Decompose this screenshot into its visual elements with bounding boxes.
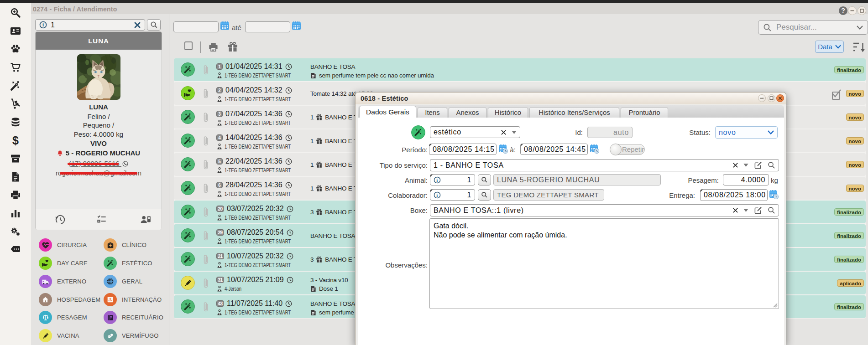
svg-text:i: i <box>42 22 44 27</box>
svg-text:i: i <box>436 177 438 182</box>
svg-text:i: i <box>436 192 438 197</box>
